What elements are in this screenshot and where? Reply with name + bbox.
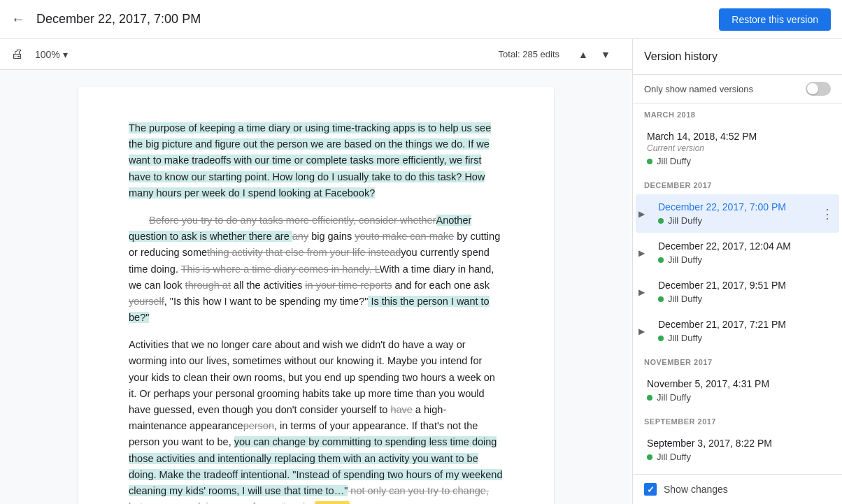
author-dot-v7 [647,454,652,460]
paragraph-2: Before you try to do any tasks more effi… [129,213,504,326]
version-date-v6: November 5, 2017, 4:31 PM [647,378,828,389]
version-date-v7: September 3, 2017, 8:22 PM [647,438,828,449]
group-header-march2018: MARCH 2018 [633,103,842,123]
para2-mid1: big gains [308,231,355,242]
comment-bubble[interactable]: Jill Duffy [315,501,349,504]
version-item-v2[interactable]: ▶ December 22, 2017, 7:00 PM Jill Duffy … [636,194,839,233]
para2-quote: , "Is this how I want to be spending my … [164,296,369,307]
nav-arrows: ▲ ▼ [573,45,621,64]
doc-area: The purpose of keeping a time diary or u… [0,70,632,504]
para2-strike6: in your time reports [305,280,392,291]
version-author-v5: Jill Duffy [658,333,828,343]
para2-mid5: all the activities [231,280,305,291]
version-author-v4: Jill Duffy [658,294,828,304]
print-icon[interactable]: 🖨 [11,47,24,62]
para1-text: The purpose of keeping a time diary or u… [129,122,491,199]
author-name-v2: Jill Duffy [668,215,702,226]
version-group-nov2017: NOVEMBER 2017 November 5, 2017, 4:31 PM … [633,351,842,410]
expand-icon-v2[interactable]: ▶ [638,209,645,219]
para2-strike3: thing activity that else from your life … [207,247,401,258]
para2-strike5: through at [185,280,231,291]
para2-strike4: This is where a time diary comes in hand… [181,264,380,275]
group-header-sep2017: SEPTEMBER 2017 [633,410,842,430]
show-changes-checkbox[interactable]: ✓ [644,483,657,496]
show-changes-label[interactable]: Show changes [664,484,728,495]
toggle-knob [807,83,818,94]
version-item-v1[interactable]: March 14, 2018, 4:52 PM Current version … [636,124,839,173]
version-menu-v2[interactable]: ⋮ [821,206,834,222]
zoom-arrow-icon: ▾ [63,49,68,60]
version-author-v2: Jill Duffy [658,215,828,226]
version-item-v3[interactable]: ▶ December 22, 2017, 12:04 AM Jill Duffy [636,233,839,272]
version-author-v6: Jill Duffy [647,392,828,403]
author-dot-v4 [658,296,664,302]
version-date-v4: December 21, 2017, 9:51 PM [658,280,828,291]
restore-button[interactable]: Restore this version [719,8,831,31]
version-history-sidebar: Version history Only show named versions… [632,39,842,504]
author-name-v4: Jill Duffy [668,294,702,304]
toolbar-left: 🖨 100% ▾ Total: 285 edits ▲ ▼ [0,45,632,64]
group-header-dec2017: DECEMBER 2017 [633,174,842,194]
version-group-march2018: MARCH 2018 March 14, 2018, 4:52 PM Curre… [633,103,842,173]
version-date-v1: March 14, 2018, 4:52 PM [647,131,828,142]
para2-strike-before: Before you try to do any tasks more effi… [149,215,436,226]
para3-strike1: have [390,404,412,415]
version-sub-v1: Current version [647,143,828,153]
version-item-v4[interactable]: ▶ December 21, 2017, 9:51 PM Jill Duffy [636,273,839,311]
para2-strike2: youto make can make [355,231,454,242]
header-bar: ← December 22, 2017, 7:00 PM Restore thi… [0,0,842,39]
version-author-v3: Jill Duffy [658,254,828,265]
author-name-v7: Jill Duffy [657,452,691,462]
para2-strike1: any [292,231,308,242]
para2-strike7: yourself [129,296,164,307]
version-author-v1: Jill Duffy [647,156,828,166]
author-name-v3: Jill Duffy [668,254,702,265]
named-versions-toggle[interactable] [806,82,831,96]
version-item-v7[interactable]: September 3, 2017, 8:22 PM Jill Duffy [636,431,839,469]
author-name-v5: Jill Duffy [668,333,702,343]
version-author-v7: Jill Duffy [647,452,828,462]
checkmark-icon: ✓ [647,484,655,495]
back-button[interactable]: ← [11,11,25,27]
total-edits: Total: 285 edits [499,49,568,59]
toolbar: 🖨 100% ▾ Total: 285 edits ▲ ▼ [0,39,632,70]
version-date-v3: December 22, 2017, 12:04 AM [658,240,828,252]
expand-icon-v5[interactable]: ▶ [638,326,645,336]
expand-icon-v3[interactable]: ▶ [638,248,645,258]
sidebar-footer: ✓ Show changes [633,474,842,504]
author-dot-v5 [658,336,664,341]
version-date-v2: December 22, 2017, 7:00 PM [658,201,828,213]
filter-label: Only show named versions [644,84,800,94]
author-name-v6: Jill Duffy [657,392,691,403]
version-group-sep2017: SEPTEMBER 2017 September 3, 2017, 8:22 P… [633,410,842,469]
version-group-dec2017: DECEMBER 2017 ▶ December 22, 2017, 7:00 … [633,174,842,350]
paragraph-1: The purpose of keeping a time diary or u… [129,120,504,201]
versions-list: MARCH 2018 March 14, 2018, 4:52 PM Curre… [633,103,842,474]
sidebar-title: Version history [633,39,842,75]
author-dot-v2 [658,218,664,224]
prev-edit-button[interactable]: ▲ [573,45,593,64]
zoom-selector[interactable]: 100% ▾ [29,46,73,63]
doc-page: The purpose of keeping a time diary or u… [78,87,554,504]
sidebar-filter: Only show named versions [633,75,842,103]
expand-icon-v4[interactable]: ▶ [638,287,645,297]
para3-strike2: person [243,420,274,431]
version-item-v5[interactable]: ▶ December 21, 2017, 7:21 PM Jill Duffy [636,312,839,350]
author-dot-v3 [658,257,664,263]
paragraph-3: Activities that we no longer care about … [129,337,504,504]
author-dot-v6 [647,395,652,401]
para2-end: and for each one ask [392,280,489,291]
zoom-value: 100% [35,49,60,60]
version-date-v5: December 21, 2017, 7:21 PM [658,319,828,330]
group-header-nov2017: NOVEMBER 2017 [633,351,842,370]
doc-title: December 22, 2017, 7:00 PM [36,12,708,27]
author-name-v1: Jill Duffy [657,156,691,166]
main-area: 🖨 100% ▾ Total: 285 edits ▲ ▼ The purpos… [0,39,842,504]
author-dot-v1 [647,159,652,164]
next-edit-button[interactable]: ▼ [596,45,615,64]
version-item-v6[interactable]: November 5, 2017, 4:31 PM Jill Duffy [636,371,839,410]
